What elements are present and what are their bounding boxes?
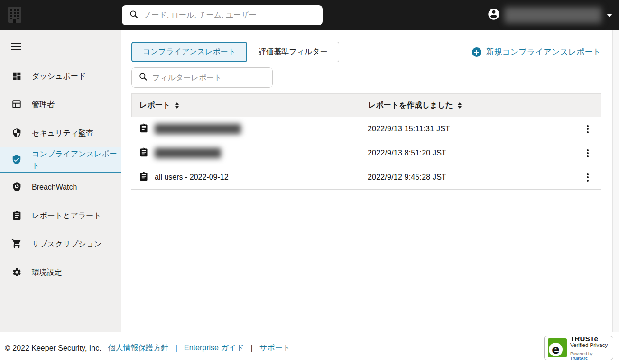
sidebar-item-label: BreachWatch <box>32 181 81 193</box>
row-options-kebab-button[interactable] <box>583 170 592 184</box>
truste-logo-icon: e <box>548 338 567 357</box>
sidebar-item-label: レポートとアラート <box>32 209 105 221</box>
report-created-date: 2022/9/12 9:45:28 JST <box>368 173 574 182</box>
account-menu[interactable] <box>487 0 612 30</box>
report-table: レポート レポートを作成しました 2022/9/13 15:11:31 JST <box>131 93 601 190</box>
keeper-admin-console: ダッシュボード 管理者 セキュリティ監査 <box>0 0 619 364</box>
dashboard-icon <box>11 71 22 81</box>
clipboard-icon <box>139 123 148 135</box>
plus-circle-icon <box>472 47 481 57</box>
footer-link-support[interactable]: サポート <box>259 343 290 353</box>
global-search <box>122 5 323 25</box>
truste-title: TRUSTe <box>570 335 610 343</box>
report-name-redacted <box>155 148 221 158</box>
report-created-date: 2022/9/13 8:51:20 JST <box>368 149 574 157</box>
sidebar-item-label: 環境設定 <box>32 266 66 278</box>
sidebar-item-label: セキュリティ監査 <box>32 127 97 139</box>
row-options-kebab-button[interactable] <box>583 122 592 136</box>
report-name-redacted <box>155 124 241 134</box>
compliance-shield-check-icon <box>11 155 22 165</box>
sidebar-item-settings[interactable]: 環境設定 <box>0 258 121 286</box>
truste-badge[interactable]: e TRUSTe Verified Privacy Powered by Tru… <box>544 336 613 360</box>
footer-separator: | <box>176 344 177 353</box>
row-options-kebab-button[interactable] <box>583 146 592 160</box>
footer-link-enterprise-guide[interactable]: Enterprise ガイド <box>184 343 244 353</box>
topbar <box>0 0 619 30</box>
keeper-building-logo-icon[interactable] <box>8 6 22 25</box>
tab-compliance-report[interactable]: コンプライアンスレポート <box>131 42 247 62</box>
sidebar-item-reports-alerts[interactable]: レポートとアラート <box>0 201 121 229</box>
security-shield-icon <box>11 127 22 138</box>
account-name-redacted <box>504 7 601 23</box>
tab-criteria-filter[interactable]: 評価基準フィルター <box>246 42 339 62</box>
chevron-down-icon <box>607 14 612 17</box>
report-table-header: レポート レポートを作成しました <box>131 93 601 117</box>
sidebar-item-admin[interactable]: 管理者 <box>0 90 121 118</box>
content-area: ダッシュボード 管理者 セキュリティ監査 <box>0 30 619 332</box>
report-table-body: 2022/9/13 15:11:31 JST 2022/9/13 8:51:20… <box>131 117 601 190</box>
clipboard-icon <box>139 147 148 159</box>
sidebar-item-compliance-reports[interactable]: コンプライアンスレポート <box>0 147 121 173</box>
search-icon <box>139 72 148 83</box>
hamburger-menu-icon[interactable] <box>11 43 21 50</box>
sidebar-item-label: コンプライアンスレポート <box>32 148 121 172</box>
main-panel: コンプライアンスレポート 評価基準フィルター 新規コンプライアンスレポート <box>121 30 619 332</box>
sort-icon[interactable] <box>175 102 179 109</box>
clipboard-icon <box>139 171 148 183</box>
sidebar-item-security-audit[interactable]: セキュリティ監査 <box>0 118 121 147</box>
new-report-label: 新規コンプライアンスレポート <box>486 46 601 57</box>
sidebar-item-breachwatch[interactable]: BreachWatch <box>0 173 121 201</box>
column-header-report[interactable]: レポート <box>132 100 368 110</box>
breachwatch-shield-eye-icon <box>11 182 22 192</box>
admin-window-icon <box>11 99 22 109</box>
report-filter <box>131 67 273 88</box>
scrollbar-track[interactable] <box>612 30 619 332</box>
report-filter-input[interactable] <box>152 73 272 82</box>
shopping-cart-icon <box>11 238 22 249</box>
footer-link-privacy-policy[interactable]: 個人情報保護方針 <box>108 343 169 353</box>
clipboard-icon <box>11 210 22 220</box>
gear-icon <box>11 267 22 277</box>
column-header-created[interactable]: レポートを作成しました <box>368 100 574 110</box>
table-row[interactable]: all users - 2022-09-12 2022/9/12 9:45:28… <box>131 165 601 190</box>
sidebar-item-subscription[interactable]: サブスクリプション <box>0 229 121 258</box>
report-name: all users - 2022-09-12 <box>155 173 229 182</box>
table-row[interactable]: 2022/9/13 15:11:31 JST <box>131 117 601 141</box>
sidebar-item-label: ダッシュボード <box>32 70 90 82</box>
truste-subtitle: Verified Privacy <box>570 342 610 350</box>
report-tabs: コンプライアンスレポート 評価基準フィルター <box>131 42 339 62</box>
sidebar-item-label: サブスクリプション <box>32 238 105 250</box>
sidebar-nav: ダッシュボード 管理者 セキュリティ監査 <box>0 62 121 286</box>
sidebar-item-label: 管理者 <box>32 99 58 110</box>
footer-separator: | <box>251 344 253 353</box>
sidebar: ダッシュボード 管理者 セキュリティ監査 <box>0 30 121 332</box>
new-compliance-report-button[interactable]: 新規コンプライアンスレポート <box>472 46 601 57</box>
table-row[interactable]: 2022/9/13 8:51:20 JST <box>131 141 601 165</box>
avatar-icon <box>487 8 500 23</box>
truste-powered-by: Powered by TrustArc <box>570 351 610 361</box>
sidebar-item-dashboard[interactable]: ダッシュボード <box>0 62 121 90</box>
copyright-text: © 2022 Keeper Security, Inc. <box>5 344 102 353</box>
report-created-date: 2022/9/13 15:11:31 JST <box>368 125 574 133</box>
global-search-input[interactable] <box>144 11 323 19</box>
footer: © 2022 Keeper Security, Inc. 個人情報保護方針 | … <box>0 332 619 364</box>
search-icon <box>129 9 139 21</box>
sort-icon[interactable] <box>458 102 462 109</box>
